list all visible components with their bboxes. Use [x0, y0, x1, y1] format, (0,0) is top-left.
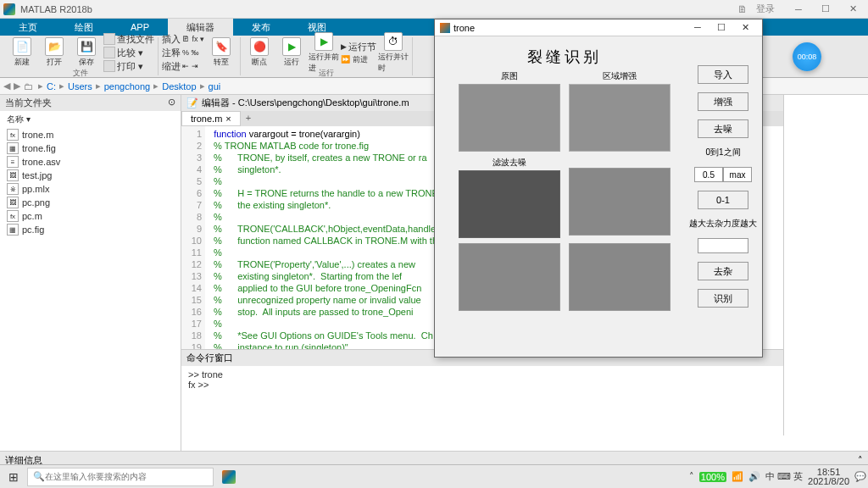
file-item[interactable]: ≡trone.asv [3, 155, 177, 169]
threshold-input-2[interactable] [723, 167, 752, 182]
app-titlebar: MATLAB R2018b 🗎 登录 ─ ☐ ✕ [0, 0, 868, 19]
app-title: MATLAB R2018b [20, 4, 737, 14]
enhanced-image [569, 84, 670, 152]
gui-big-title: 裂缝识别 [440, 42, 689, 70]
run-button[interactable]: ▶运行 [276, 37, 307, 68]
up-icon[interactable]: 🗀 [24, 81, 33, 92]
col-name[interactable]: 名称 ▾ [0, 111, 181, 128]
crumb[interactable]: Desktop [162, 81, 196, 92]
original-image [459, 84, 560, 152]
strength-label: 越大去杂力度越大 [689, 218, 757, 230]
matlab-logo-icon [3, 3, 15, 15]
crumb[interactable]: gui [209, 81, 221, 92]
comment[interactable]: 注释 % ‰ [162, 47, 204, 59]
start-button[interactable]: ⊞ [2, 467, 25, 487]
cmd-line: >> trone [188, 369, 861, 380]
notification-icon[interactable]: 💬 [854, 471, 866, 482]
crumb[interactable]: C: [47, 81, 56, 92]
crumb[interactable]: Users [68, 81, 92, 92]
gui-maximize[interactable]: ☐ [709, 22, 733, 33]
tab-home[interactable]: 主页 [0, 19, 56, 36]
sound-icon[interactable]: 🔊 [748, 471, 760, 482]
cmd-header: 命令行窗口 [186, 352, 233, 364]
crumb[interactable]: pengchong [104, 81, 150, 92]
close-button[interactable]: ✕ [841, 3, 865, 14]
file-icon: ▦ [7, 142, 19, 154]
sidebar-dock-icon[interactable]: ⊙ [168, 97, 175, 109]
import-button[interactable]: 导入 [698, 65, 748, 84]
indent[interactable]: 缩进 ⇤ ⇥ [162, 60, 204, 73]
open-button[interactable]: 📂打开 [39, 37, 70, 68]
file-item[interactable]: ※pp.mlx [3, 182, 177, 196]
command-window: 命令行窗口⊙ >> trone fx >> [181, 349, 868, 451]
timer-badge: 00:08 [793, 42, 821, 71]
maximize-button[interactable]: ☐ [814, 3, 837, 14]
trone-gui-window: trone ─ ☐ ✕ 裂缝识别 原图 区域增强 滤波去噪 导入 增强 [434, 19, 763, 358]
recognize-button[interactable]: 识别 [698, 289, 748, 308]
search-input[interactable] [45, 472, 208, 481]
file-item[interactable]: 🖼pc.png [3, 196, 177, 209]
wifi-icon[interactable]: 📶 [732, 471, 743, 482]
denoised-image [459, 170, 560, 238]
compare[interactable]: 比较 ▾ [103, 47, 154, 59]
taskbar-search[interactable]: 🔍 [27, 468, 214, 486]
search-icon: 🔍 [33, 471, 45, 482]
file-item[interactable]: fxtrone.m [3, 128, 177, 141]
tab-publish[interactable]: 发布 [233, 19, 289, 36]
fwd-icon[interactable]: ▶ [14, 80, 20, 92]
img-caption: 区域增强 [569, 70, 670, 82]
range-label: 0到1之间 [705, 147, 740, 158]
new-tab-button[interactable]: + [241, 111, 256, 126]
file-icon: 🖼 [7, 197, 19, 208]
img-caption: 滤波去噪 [459, 157, 560, 169]
matlab-taskbar-icon[interactable] [217, 467, 241, 487]
denoise-button[interactable]: 去噪 [698, 119, 748, 138]
workspace-panel [783, 95, 868, 435]
gui-title: trone [453, 23, 475, 33]
new-button[interactable]: 📄新建 [7, 37, 37, 68]
gui-close[interactable]: ✕ [733, 22, 757, 33]
file-icon: ※ [7, 183, 19, 195]
clean-button[interactable]: 去杂 [698, 262, 748, 280]
login-link[interactable]: 登录 [756, 3, 775, 15]
cmd-prompt[interactable]: fx >> [188, 380, 861, 390]
search-doc-icon[interactable]: 🗎 [737, 3, 748, 15]
file-item[interactable]: 🖼test.jpg [3, 169, 177, 182]
run-section-opt[interactable]: ▶ 运行节 [341, 41, 376, 53]
file-item[interactable]: ▦trone.fig [3, 141, 177, 155]
enhance-button[interactable]: 增强 [698, 92, 748, 111]
back-icon[interactable]: ◀ [3, 80, 10, 92]
gui-icon [440, 23, 450, 33]
battery-indicator[interactable]: 100% [699, 472, 726, 482]
minimize-button[interactable]: ─ [787, 4, 810, 14]
goto-button[interactable]: 🔖转至 [206, 37, 236, 68]
empty-axes [569, 168, 670, 236]
empty-axes [569, 243, 670, 311]
file-icon: ▦ [7, 224, 19, 236]
editor-header: 编辑器 - C:\Users\pengchong\Desktop\gui\tro… [202, 97, 409, 109]
file-icon: 🖼 [7, 169, 19, 181]
file-item[interactable]: ▦pc.fig [3, 223, 177, 236]
close-tab-icon[interactable]: × [225, 114, 231, 124]
breakpoint-button[interactable]: 🔴断点 [244, 37, 275, 68]
print[interactable]: 打印 ▾ [103, 60, 154, 73]
file-item[interactable]: fxpc.m [3, 209, 177, 223]
clock[interactable]: 18:51 2021/8/20 [808, 468, 849, 486]
binarize-button[interactable]: 0-1 [698, 191, 748, 209]
file-tab[interactable]: trone.m× [181, 111, 241, 126]
file-icon: ≡ [7, 156, 19, 168]
advance-opt[interactable]: ⏩ 前进 [341, 54, 376, 65]
threshold-input-1[interactable] [694, 167, 723, 182]
empty-axes [459, 243, 560, 311]
run-time-button[interactable]: ⏱运行并计时 [378, 32, 409, 74]
gui-minimize[interactable]: ─ [686, 22, 709, 33]
tray-up-icon[interactable]: ˄ [689, 471, 694, 482]
ime-indicator[interactable]: 中 ⌨ 英 [765, 470, 803, 483]
windows-taskbar: ⊞ 🔍 ˄ 100% 📶 🔊 中 ⌨ 英 18:51 2021/8/20 💬 [0, 464, 868, 488]
insert[interactable]: 插入 🖹 fx ▾ [162, 33, 204, 46]
find-files[interactable]: 查找文件 [103, 33, 154, 46]
current-folder-panel: 当前文件夹⊙ 名称 ▾ fxtrone.m▦trone.fig≡trone.as… [0, 95, 181, 451]
save-button[interactable]: 💾保存 [71, 37, 102, 68]
strength-input[interactable] [698, 238, 748, 253]
file-icon: fx [7, 210, 19, 222]
